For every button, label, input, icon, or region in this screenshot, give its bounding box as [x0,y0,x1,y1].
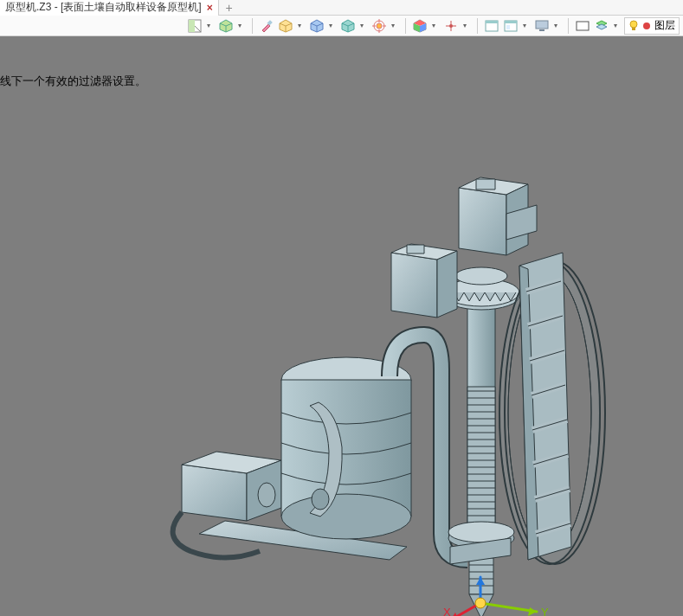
svg-rect-40 [469,547,493,594]
target-icon [372,19,386,33]
svg-line-63 [450,603,480,616]
svg-point-42 [443,282,519,310]
svg-rect-1 [189,20,195,32]
shade-toggle-button[interactable] [186,17,203,35]
separator [568,18,569,34]
svg-marker-46 [459,177,528,195]
dropdown-icon[interactable]: ▾ [390,17,396,35]
axis-x-label: X [443,606,451,616]
bulb-icon [628,20,639,32]
separator [252,18,253,34]
svg-marker-51 [391,244,457,260]
dropdown-icon[interactable]: ▾ [521,17,528,35]
layer-label: 图层 [654,18,675,33]
svg-marker-49 [506,205,537,240]
dropdown-icon[interactable]: ▾ [552,17,559,35]
svg-point-54 [499,261,600,564]
svg-point-31 [258,483,275,507]
view-toolbar: ▾ ▾ ▾ ▾ ▾ ▾ ▾ ▾ ▾ ▾ [0,16,683,36]
axis-y-label: Y [541,606,549,616]
brush-icon [260,19,274,33]
palette-cube-icon [413,19,427,33]
layer-manager-button[interactable]: 图层 [624,17,680,35]
svg-point-39 [448,522,514,542]
svg-line-65 [480,603,537,612]
svg-rect-19 [536,21,548,29]
cube-green-icon [279,19,293,33]
monitor-icon [535,19,549,33]
svg-marker-45 [459,188,506,255]
dropdown-icon[interactable]: ▾ [296,17,303,35]
display-mode-icon [219,19,233,33]
svg-point-32 [281,357,411,402]
svg-point-55 [499,261,600,564]
plus-icon: + [226,1,233,15]
cube-teal-button[interactable] [339,17,357,35]
svg-rect-20 [539,29,544,31]
dropdown-icon[interactable]: ▾ [205,17,212,35]
svg-marker-50 [391,253,437,318]
svg-point-34 [281,494,411,539]
color-swatch-icon [642,22,651,30]
svg-rect-21 [577,22,589,30]
svg-point-8 [377,23,382,29]
svg-point-59 [538,514,562,545]
svg-rect-17 [505,21,517,23]
dropdown-icon[interactable]: ▾ [612,17,619,35]
window-a-icon [485,19,499,33]
window-a-button[interactable] [483,17,500,35]
svg-marker-66 [528,607,537,616]
svg-point-35 [312,489,329,510]
layer-stack-button[interactable] [593,17,610,35]
model-rendering [164,153,606,616]
target-button[interactable] [370,17,388,35]
svg-marker-52 [437,251,457,318]
svg-marker-47 [506,184,528,255]
cube-green-button[interactable] [277,17,294,35]
monitor-button[interactable] [533,17,551,35]
svg-marker-64 [450,613,459,616]
svg-rect-33 [281,380,411,517]
svg-point-43 [443,279,519,306]
separator [477,18,478,34]
dropdown-icon[interactable]: ▾ [236,17,243,35]
svg-point-57 [508,274,591,551]
svg-rect-48 [476,179,495,189]
svg-point-58 [505,261,605,564]
palette-cube-button[interactable] [411,17,428,35]
status-message: 线下一个有效的过滤器设置。 [0,74,146,89]
svg-rect-25 [632,28,635,30]
cube-blue-icon [310,19,324,33]
layer-stack-icon [595,19,609,33]
new-tab-button[interactable]: + [219,1,240,15]
svg-point-56 [508,274,591,551]
window-b-button[interactable] [502,17,519,35]
blank-rect-button[interactable] [574,17,591,35]
origin-icon [444,19,458,33]
svg-marker-68 [476,577,485,585]
cube-blue-button[interactable] [308,17,325,35]
document-tab[interactable]: 原型机.Z3 - [表面土壤自动取样设备原型机] × [0,0,219,16]
dropdown-icon[interactable]: ▾ [430,17,437,35]
svg-marker-30 [247,460,281,521]
svg-marker-27 [199,521,407,560]
close-icon[interactable]: × [207,2,213,14]
cad-viewport[interactable]: 线下一个有效的过滤器设置。 [0,36,683,616]
origin-button[interactable] [442,17,460,35]
svg-marker-61 [519,266,538,560]
cube-teal-icon [341,19,355,33]
dropdown-icon[interactable]: ▾ [461,17,468,35]
svg-marker-23 [596,24,607,29]
blank-rect-icon [576,19,590,33]
svg-point-44 [455,267,507,285]
coordinate-triad: X Y [441,573,563,616]
svg-rect-37 [467,387,495,534]
svg-point-13 [449,24,453,28]
brush-button[interactable] [258,17,275,35]
dropdown-icon[interactable]: ▾ [358,17,365,35]
display-mode-button[interactable] [217,17,235,35]
svg-point-24 [630,21,637,28]
svg-point-69 [475,598,486,608]
dropdown-icon[interactable]: ▾ [327,17,334,35]
svg-marker-41 [469,594,493,616]
